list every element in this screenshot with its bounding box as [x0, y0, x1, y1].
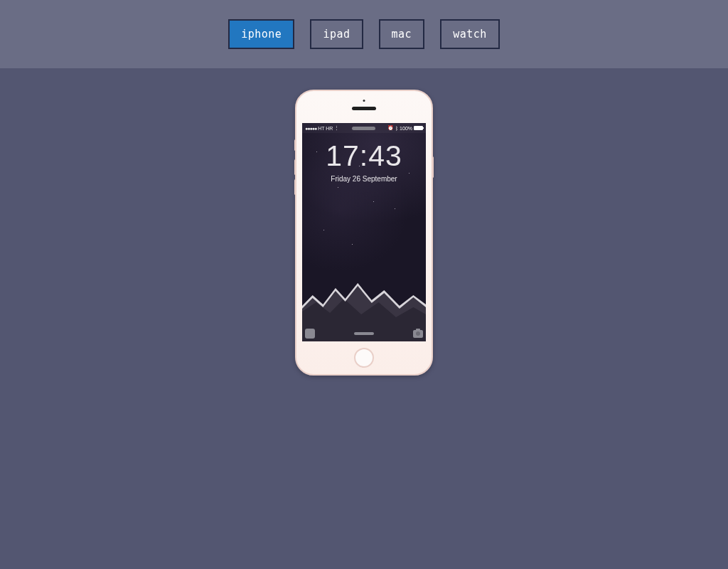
mute-switch: [294, 139, 296, 151]
tab-mac[interactable]: mac: [379, 19, 425, 49]
battery-text: 100%: [400, 126, 412, 131]
front-camera-icon: [363, 100, 365, 102]
tab-ipad[interactable]: ipad: [310, 19, 363, 49]
slide-grabber-icon: [354, 332, 374, 335]
home-button: [354, 348, 374, 368]
bluetooth-icon: ᛒ: [395, 126, 398, 131]
battery-icon: [414, 126, 423, 130]
lockscreen-clock: 17:43 Friday 26 September: [302, 142, 426, 183]
lockscreen-bottom-bar: [305, 329, 423, 339]
phone-screen: ●●●●● HT HR ⋮ ⏰ ᛒ 100% 17:43 Friday 26 S…: [302, 123, 426, 341]
tab-watch[interactable]: watch: [440, 19, 500, 49]
tab-iphone[interactable]: iphone: [228, 19, 294, 49]
control-center-icon: [305, 329, 315, 339]
lockscreen-date: Friday 26 September: [302, 175, 426, 183]
wifi-icon: ⋮: [334, 125, 339, 131]
power-button: [432, 156, 434, 178]
lockscreen-time: 17:43: [302, 142, 426, 171]
volume-down-button: [294, 179, 296, 195]
status-bar: ●●●●● HT HR ⋮ ⏰ ᛒ 100%: [302, 123, 426, 133]
status-pill: [352, 127, 375, 130]
device-tabs: iphone ipad mac watch: [0, 0, 728, 68]
earpiece-speaker: [352, 107, 376, 110]
carrier-label: HT HR: [318, 126, 333, 131]
camera-icon: [413, 330, 423, 338]
volume-up-button: [294, 159, 296, 175]
device-stage: ●●●●● HT HR ⋮ ⏰ ᛒ 100% 17:43 Friday 26 S…: [0, 68, 728, 376]
alarm-icon: ⏰: [387, 125, 394, 131]
signal-icon: ●●●●●: [305, 126, 316, 131]
iphone-mockup: ●●●●● HT HR ⋮ ⏰ ᛒ 100% 17:43 Friday 26 S…: [295, 90, 433, 376]
